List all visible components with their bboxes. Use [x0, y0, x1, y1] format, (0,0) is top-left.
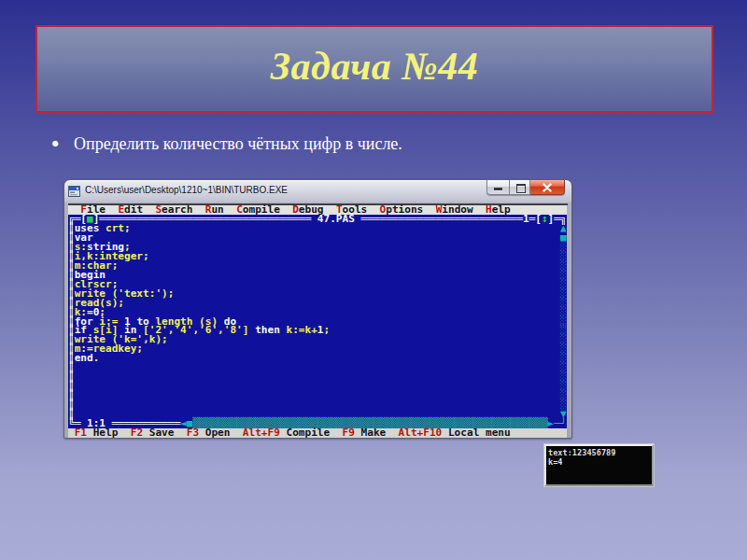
maximize-icon [516, 184, 526, 193]
dos-screen: File Edit Search Run Compile Debug Tools… [68, 205, 567, 438]
minimize-button[interactable] [486, 180, 509, 195]
console-output-window: text:123456789k=4 [544, 444, 654, 486]
close-button[interactable] [530, 180, 565, 195]
turbo-pascal-window: C:\Users\user\Desktop\1210~1\BIN\TURBO.E… [63, 179, 572, 439]
caption-buttons [486, 180, 565, 195]
console-line: text:123456789 [546, 446, 652, 457]
slide-title-box: Задача №44 [35, 25, 713, 113]
window-titlebar[interactable]: C:\Users\user\Desktop\1210~1\BIN\TURBO.E… [64, 180, 571, 203]
status-item-f2[interactable]: F2 Save [131, 427, 175, 439]
slide: Задача №44 •Определить количество чётных… [0, 0, 747, 560]
bullet-line: •Определить количество чётных цифр в чис… [49, 133, 402, 156]
status-item-f1[interactable]: F1 Help [75, 427, 119, 439]
console-line: k=4 [546, 457, 652, 467]
status-item-alt-f9[interactable]: Alt+F9 Compile [243, 427, 330, 439]
minimize-icon [494, 188, 502, 190]
window-title: C:\Users\user\Desktop\1210~1\BIN\TURBO.E… [85, 185, 288, 195]
maximize-button[interactable] [509, 180, 530, 195]
status-item-alt-f10[interactable]: Alt+F10 Local menu [399, 427, 511, 439]
close-icon [543, 183, 552, 192]
bullet-text: Определить количество чётных цифр в числ… [74, 134, 402, 153]
bullet-icon: • [49, 133, 74, 156]
console-app-icon [68, 185, 81, 197]
status-item-f3[interactable]: F3 Open [187, 427, 231, 439]
status-bar: F1 Help F2 Save F3 Open Alt+F9 Compile F… [68, 428, 567, 438]
status-item-f9[interactable]: F9 Make [343, 427, 387, 439]
slide-title: Задача №44 [271, 44, 479, 95]
